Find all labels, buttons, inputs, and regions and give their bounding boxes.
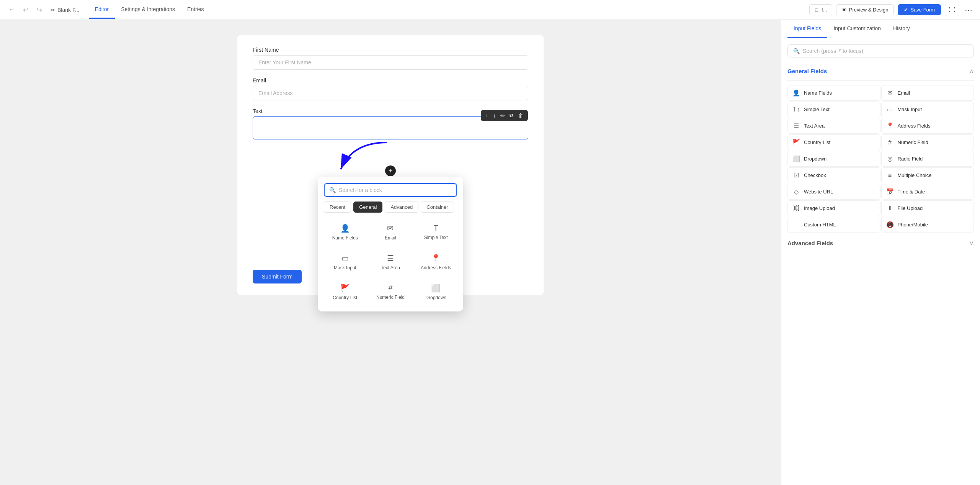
field-item-custom_html[interactable]: Custom HTML [787, 217, 880, 233]
section-divider [787, 80, 974, 80]
field-item-phone_mobile[interactable]: 📵 Phone/Mobile [881, 217, 974, 233]
right-tab-input-fields[interactable]: Input Fields [787, 20, 827, 38]
field-item-website_url[interactable]: ◇ Website URL [787, 184, 880, 200]
field-item-address_fields[interactable]: 📍 Address Fields [881, 118, 974, 134]
first-name-placeholder: Enter Your First Name [258, 59, 311, 66]
tab-entries[interactable]: Entries [181, 1, 210, 19]
block-tab-container[interactable]: Container [421, 202, 454, 213]
file-icon-button[interactable]: 🗒 f... [809, 4, 832, 15]
block-tab-recent[interactable]: Recent [324, 202, 351, 213]
field-item-checkbox[interactable]: ☑ Checkbox [787, 167, 880, 183]
block-icon-simple_text: T [434, 224, 438, 233]
save-button[interactable]: ✔ Save Form [898, 4, 941, 15]
field-icon-radio_field: ◎ [886, 155, 894, 162]
field-label-time_date: Time & Date [898, 189, 925, 195]
field-label-custom_html: Custom HTML [804, 222, 836, 228]
form-canvas: First Name Enter Your First Name Email E… [237, 35, 544, 295]
field-item-radio_field[interactable]: ◎ Radio Field [881, 151, 974, 167]
field-label-phone_mobile: Phone/Mobile [898, 222, 928, 228]
block-tab-general[interactable]: General [353, 202, 382, 213]
page-title: ✏ Blank F... [47, 5, 83, 15]
field-item-mask_input[interactable]: ▭ Mask Input [881, 102, 974, 117]
block-item-dropdown[interactable]: ⬜ Dropdown [415, 279, 457, 305]
field-item-file_upload[interactable]: ⬆ File Upload [881, 200, 974, 216]
right-panel-tabs: Input Fields Input Customization History [781, 20, 980, 38]
top-navigation: ← ↩ ↪ ✏ Blank F... Editor Settings & Int… [0, 0, 980, 20]
field-icon-email: ✉ [886, 89, 894, 97]
field-label-dropdown: Dropdown [804, 156, 826, 162]
field-item-simple_text[interactable]: T↕ Simple Text [787, 102, 880, 117]
block-item-mask_input[interactable]: ▭ Mask Input [324, 249, 366, 275]
field-label-country_list: Country List [804, 139, 830, 145]
block-picker-grid: 👤 Name Fields ✉ Email T Simple Text ▭ Ma… [324, 219, 457, 305]
field-icon-checkbox: ☑ [792, 172, 800, 179]
general-fields-grid: 👤 Name Fields ✉ Email T↕ Simple Text ▭ M… [787, 85, 974, 233]
field-icon-phone_mobile: 📵 [886, 221, 894, 228]
add-block-button[interactable]: + [483, 112, 491, 120]
field-item-email[interactable]: ✉ Email [881, 85, 974, 101]
field-item-text_area[interactable]: ☰ Text Area [787, 118, 880, 134]
block-label-dropdown: Dropdown [425, 295, 446, 300]
back-button[interactable]: ← [6, 4, 18, 15]
advanced-fields-section-header[interactable]: Advanced Fields ∨ [787, 236, 974, 251]
expand-button[interactable]: ⛶ [945, 4, 959, 16]
block-picker-search-bar: 🔍 [324, 183, 457, 197]
copy-field-button[interactable]: ⧉ [507, 111, 516, 120]
plus-icon: + [389, 167, 393, 175]
first-name-input[interactable]: Enter Your First Name [253, 55, 528, 70]
field-item-country_list[interactable]: 🚩 Country List [787, 134, 880, 150]
field-label-simple_text: Simple Text [804, 107, 830, 112]
block-item-text_area[interactable]: ☰ Text Area [369, 249, 412, 275]
submit-form-button[interactable]: Submit Form [253, 270, 302, 283]
block-icon-country_list: 🚩 [340, 283, 350, 293]
edit-field-button[interactable]: ✏ [498, 112, 507, 120]
field-item-image_upload[interactable]: 🖼 Image Upload [787, 200, 880, 216]
text-input[interactable]: + ↑ ✏ ⧉ 🗑 [253, 116, 528, 139]
field-icon-dropdown: ⬜ [792, 155, 800, 162]
block-item-simple_text[interactable]: T Simple Text [415, 219, 457, 246]
preview-design-button[interactable]: 👁 Preview & Design [836, 4, 894, 15]
block-icon-numeric_field: # [388, 283, 392, 292]
field-item-name_fields[interactable]: 👤 Name Fields [787, 85, 880, 101]
block-icon-text_area: ☰ [387, 254, 394, 263]
block-search-input[interactable] [339, 187, 452, 193]
field-icon-text_area: ☰ [792, 122, 800, 129]
field-item-time_date[interactable]: 📅 Time & Date [881, 184, 974, 200]
tab-settings[interactable]: Settings & Integrations [115, 1, 181, 19]
general-fields-section-header[interactable]: General Fields ∧ [787, 64, 974, 79]
move-up-button[interactable]: ↑ [491, 112, 498, 120]
editor-area: First Name Enter Your First Name Email E… [0, 20, 781, 485]
block-item-address_fields[interactable]: 📍 Address Fields [415, 249, 457, 275]
right-tab-input-customization[interactable]: Input Customization [827, 20, 887, 38]
block-item-email[interactable]: ✉ Email [369, 219, 412, 246]
field-icon-image_upload: 🖼 [792, 205, 800, 212]
undo-button[interactable]: ↩ [21, 4, 31, 16]
block-tab-advanced[interactable]: Advanced [385, 202, 418, 213]
block-icon-address_fields: 📍 [431, 254, 441, 263]
tab-editor[interactable]: Editor [89, 1, 115, 19]
section-collapse-icon: ∧ [969, 67, 974, 75]
add-block-circle[interactable]: + [385, 165, 396, 176]
field-item-numeric_field[interactable]: # Numeric Field [881, 134, 974, 150]
email-label: Email [253, 77, 528, 84]
field-icon-country_list: 🚩 [792, 139, 800, 146]
field-icon-simple_text: T↕ [792, 106, 800, 113]
nav-tabs: Editor Settings & Integrations Entries [89, 1, 210, 19]
field-item-multiple_choice[interactable]: ≡ Multiple Choice [881, 167, 974, 183]
expand-icon: ⛶ [949, 7, 955, 13]
right-tab-history[interactable]: History [887, 20, 916, 38]
more-options-button[interactable]: ⋯ [963, 4, 974, 16]
delete-field-button[interactable]: 🗑 [516, 112, 526, 120]
redo-button[interactable]: ↪ [34, 4, 44, 16]
field-label-name_fields: Name Fields [804, 90, 832, 96]
save-checkmark-icon: ✔ [904, 7, 908, 13]
field-item-dropdown[interactable]: ⬜ Dropdown [787, 151, 880, 167]
fields-search-input[interactable] [803, 48, 968, 54]
block-item-numeric_field[interactable]: # Numeric Field [369, 279, 412, 305]
block-icon-mask_input: ▭ [341, 254, 349, 263]
email-input[interactable]: Email Address [253, 86, 528, 100]
block-item-name_fields[interactable]: 👤 Name Fields [324, 219, 366, 246]
field-icon-name_fields: 👤 [792, 89, 800, 97]
block-item-country_list[interactable]: 🚩 Country List [324, 279, 366, 305]
block-picker-popup: 🔍 Recent General Advanced Container 👤 Na… [318, 177, 463, 311]
